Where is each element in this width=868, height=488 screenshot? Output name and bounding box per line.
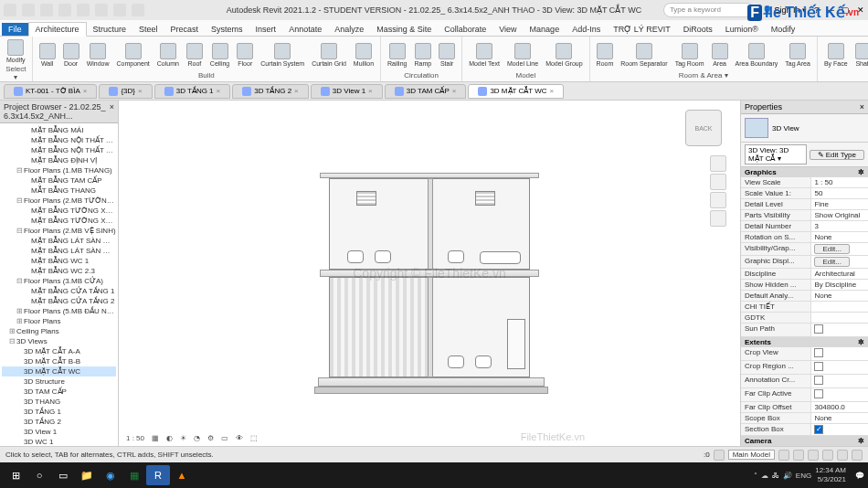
ribbon-curtain-grid[interactable]: Curtain Grid bbox=[309, 42, 349, 69]
props-row[interactable]: Detail Number3 bbox=[741, 221, 868, 232]
ribbon-model-text[interactable]: Model Text bbox=[466, 42, 503, 69]
doc-tab[interactable]: KT-001 - TỜ BÌA× bbox=[4, 84, 97, 99]
qat-print[interactable] bbox=[113, 4, 126, 16]
tree-item[interactable]: ⊟Floor Plans (2.MB VỆ SINH) bbox=[2, 226, 116, 236]
ribbon-column[interactable]: Column bbox=[154, 42, 182, 69]
tree-item[interactable]: 3D TAM CẤP bbox=[2, 387, 116, 397]
tray-lang[interactable]: ENG bbox=[796, 472, 811, 480]
props-close-icon[interactable]: × bbox=[860, 102, 864, 111]
props-row[interactable]: Far Clip Offset304800.0 bbox=[741, 402, 868, 413]
tray-net-icon[interactable]: 🖧 bbox=[772, 472, 779, 480]
search-input[interactable]: Type a keyword bbox=[663, 3, 755, 17]
props-row[interactable]: Detail LevelFine bbox=[741, 199, 868, 210]
status-ico-5[interactable] bbox=[837, 450, 848, 461]
sun-icon[interactable]: ☀ bbox=[178, 434, 188, 442]
ribbon-shaft[interactable]: Shaft bbox=[852, 42, 868, 69]
ribbon-tab-annotate[interactable]: Annotate bbox=[282, 23, 328, 36]
browser-close-icon[interactable]: × bbox=[110, 102, 114, 121]
detail-level-icon[interactable]: ▦ bbox=[150, 434, 161, 442]
props-group-header[interactable]: Extents✲ bbox=[741, 337, 868, 347]
doc-tab[interactable]: 3D TAM CẤP× bbox=[385, 84, 467, 99]
ribbon-tab-architecture[interactable]: Architecture bbox=[28, 22, 87, 37]
ribbon-tab-diroots[interactable]: DiRoots bbox=[677, 23, 719, 36]
tree-item[interactable]: ⊟Floor Plans (1.MB THANG) bbox=[2, 165, 116, 175]
tree-item[interactable]: ⊟Floor Plans (3.MB CỬA) bbox=[2, 276, 116, 286]
ribbon-area[interactable]: Area bbox=[709, 42, 731, 69]
ribbon-mullion[interactable]: Mullion bbox=[351, 42, 376, 69]
start-button[interactable]: ⊞ bbox=[4, 465, 27, 485]
tree-item[interactable]: MẶT BẰNG CỬA TẦNG 1 bbox=[2, 286, 116, 296]
tree-item[interactable]: MẶT BẰNG LÁT SÀN WC 1 bbox=[2, 236, 116, 246]
props-row[interactable]: Sun Path bbox=[741, 324, 868, 337]
tree-item[interactable]: ⊟Floor Plans (2.MB TƯỜNG XÂY) bbox=[2, 196, 116, 206]
ribbon-door[interactable]: Door bbox=[60, 42, 82, 69]
tree-item[interactable]: ⊞Ceiling Plans bbox=[2, 326, 116, 336]
tree-item[interactable]: MẮT BẰNG THANG bbox=[2, 186, 116, 196]
qat-undo[interactable] bbox=[77, 4, 90, 16]
tree-item[interactable]: 3D View 1 bbox=[2, 427, 116, 437]
browser-icon[interactable]: ◉ bbox=[99, 465, 122, 485]
ribbon-tab-manage[interactable]: Manage bbox=[524, 23, 566, 36]
ribbon-tab-massing-site[interactable]: Massing & Site bbox=[370, 23, 438, 36]
cortana-icon[interactable]: ○ bbox=[27, 465, 51, 485]
props-row[interactable]: DisciplineArchitectural bbox=[741, 269, 868, 280]
ribbon-tab-insert[interactable]: Insert bbox=[249, 23, 283, 36]
tree-item[interactable]: MẶT BẰNG NỘI THẤT TẦNG 1 bbox=[2, 135, 116, 145]
ribbon-tab-lumion-[interactable]: Lumion® bbox=[719, 23, 765, 36]
tree-item[interactable]: MẶT BẰNG WC 2.3 bbox=[2, 266, 116, 276]
props-group-header[interactable]: Graphics✲ bbox=[741, 167, 868, 177]
doc-tab[interactable]: 3D TẦNG 1× bbox=[154, 84, 231, 99]
vlc-icon[interactable]: ▲ bbox=[170, 465, 194, 485]
workset-selector[interactable]: Main Model bbox=[728, 450, 775, 460]
notifications-icon[interactable]: 💬 bbox=[855, 472, 864, 480]
render-icon[interactable]: ⚙ bbox=[206, 434, 216, 442]
props-row[interactable]: Crop Region ... bbox=[741, 361, 868, 375]
ribbon-tab-modify[interactable]: Modify bbox=[765, 23, 802, 36]
tree-item[interactable]: 3D Structure bbox=[2, 377, 116, 387]
tray-cloud-icon[interactable]: ☁ bbox=[761, 472, 768, 480]
tree-item[interactable]: 3D THANG bbox=[2, 397, 116, 407]
tree-item[interactable]: MẶT BẰNG WC 1 bbox=[2, 256, 116, 266]
tree-item[interactable]: MẶT BẰNG NỘI THẤT TẦNG 2 bbox=[2, 145, 116, 155]
qat-measure[interactable] bbox=[132, 4, 144, 16]
signin-button[interactable]: 👤 Sign In ▾ bbox=[762, 5, 807, 15]
status-ico-1[interactable] bbox=[778, 450, 789, 461]
ribbon-model-line[interactable]: Model Line bbox=[504, 42, 541, 69]
props-row[interactable]: Annotation Cr... bbox=[741, 375, 868, 388]
qat-redo[interactable] bbox=[95, 4, 108, 16]
minimize-icon[interactable]: — bbox=[826, 5, 834, 15]
status-ico-4[interactable] bbox=[822, 450, 833, 461]
props-row[interactable]: Default Analy...None bbox=[741, 291, 868, 302]
tray-vol-icon[interactable]: 🔊 bbox=[783, 472, 792, 480]
ribbon-tab-tr-l-revit[interactable]: TRỢ LÝ REVIT bbox=[607, 23, 677, 36]
ribbon-tab-precast[interactable]: Precast bbox=[164, 23, 206, 36]
nav-pan[interactable] bbox=[710, 174, 726, 190]
ribbon-by-face[interactable]: By Face bbox=[821, 42, 851, 69]
tree-item[interactable]: 3D WC 1 bbox=[2, 437, 116, 446]
edit-type-button[interactable]: ✎ Edit Type bbox=[810, 150, 864, 160]
nav-wheel[interactable] bbox=[710, 155, 726, 172]
props-row[interactable]: Scope BoxNone bbox=[741, 413, 868, 424]
props-row[interactable]: Section Box✓ bbox=[741, 424, 868, 436]
props-group-header[interactable]: Camera✲ bbox=[741, 436, 868, 446]
tree-item[interactable]: 3D MẶT CẮT WC bbox=[2, 366, 116, 377]
doc-tab[interactable]: 3D MẶT CẮT WC× bbox=[468, 84, 564, 99]
qat-sync[interactable] bbox=[58, 4, 71, 16]
explorer-icon[interactable]: 📁 bbox=[75, 465, 99, 485]
status-ico-2[interactable] bbox=[793, 450, 804, 461]
tree-item[interactable]: 3D TẦNG 1 bbox=[2, 407, 116, 417]
ribbon-tag-room[interactable]: Tag Room bbox=[672, 42, 707, 69]
tree-item[interactable]: ⊟3D Views bbox=[2, 336, 116, 346]
ribbon-component[interactable]: Component bbox=[114, 42, 153, 69]
ribbon-floor[interactable]: Floor bbox=[234, 42, 256, 69]
ribbon-railing[interactable]: Railing bbox=[385, 42, 409, 69]
tree-item[interactable]: ⊞Floor Plans bbox=[2, 316, 116, 326]
ribbon-tab-file[interactable]: File bbox=[2, 23, 28, 36]
doc-tab[interactable]: 3D View 1× bbox=[311, 84, 383, 99]
ribbon-room[interactable]: Room bbox=[594, 42, 617, 69]
props-row[interactable]: Visibility/Grap...Edit... bbox=[741, 243, 868, 256]
doc-tab[interactable]: 3D TẦNG 2× bbox=[232, 84, 309, 99]
shadow-icon[interactable]: ◔ bbox=[192, 434, 202, 442]
ribbon-tab-analyze[interactable]: Analyze bbox=[328, 23, 370, 36]
tree-item[interactable]: 3D MẶT CẮT A-A bbox=[2, 346, 116, 356]
